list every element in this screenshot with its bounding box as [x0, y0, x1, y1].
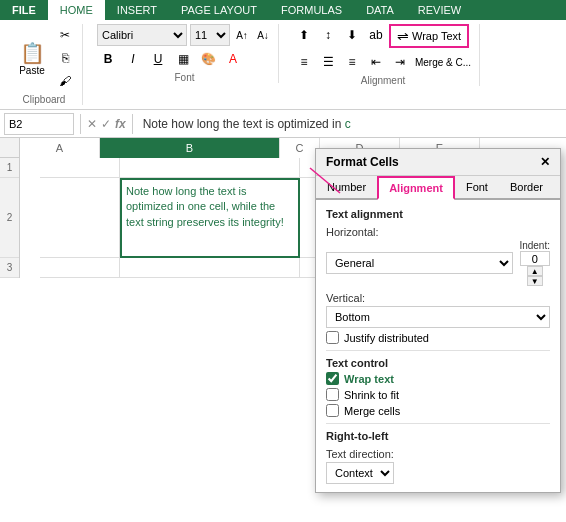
dialog-body: Text alignment Horizontal: General Inden… — [316, 200, 560, 492]
align-center-button[interactable]: ☰ — [317, 51, 339, 73]
indent-input[interactable] — [520, 251, 550, 266]
align-right-button[interactable]: ≡ — [341, 51, 363, 73]
merge-cells-checkbox[interactable] — [326, 404, 339, 417]
rtl-label: Right-to-left — [326, 430, 550, 442]
dialog-title-text: Format Cells — [326, 155, 399, 169]
underline-button[interactable]: U — [147, 48, 169, 70]
bold-button[interactable]: B — [97, 48, 119, 70]
merge-button[interactable]: Merge & C... — [413, 51, 473, 73]
indent-box: Indent: ▲ ▼ — [519, 240, 550, 286]
cell-B3[interactable] — [120, 258, 300, 278]
horizontal-select[interactable]: General — [326, 252, 513, 274]
wrap-text-icon: ⇌ — [397, 28, 409, 44]
text-alignment-label: Text alignment — [326, 208, 550, 220]
formula-input: Note how long the text is optimized in c — [139, 117, 562, 131]
dialog-tab-border[interactable]: Border — [499, 176, 554, 198]
vertical-select[interactable]: Bottom — [326, 306, 550, 328]
justify-distributed-label: Justify distributed — [344, 332, 429, 344]
indent-up-button[interactable]: ▲ — [527, 266, 543, 276]
font-name-select[interactable]: Calibri — [97, 24, 187, 46]
italic-button[interactable]: I — [122, 48, 144, 70]
font-color-button[interactable]: A — [222, 48, 244, 70]
formula-bar: B2 ✕ ✓ fx Note how long the text is opti… — [0, 110, 566, 138]
text-direction-label: Text direction: — [326, 448, 550, 460]
format-cells-dialog: Format Cells ✕ Number Alignment Font Bor… — [315, 148, 561, 493]
cut-button[interactable]: ✂ — [54, 24, 76, 46]
horizontal-label: Horizontal: — [326, 226, 550, 238]
align-middle-button[interactable]: ↕ — [317, 24, 339, 46]
row-header-1: 1 — [0, 158, 19, 178]
justify-distributed-row: Justify distributed — [326, 331, 550, 344]
align-top-button[interactable]: ⬆ — [293, 24, 315, 46]
shrink-to-fit-row: Shrink to fit — [326, 388, 550, 401]
vertical-label: Vertical: — [326, 292, 550, 304]
row-header-3: 3 — [0, 258, 19, 278]
merge-cells-label: Merge cells — [344, 405, 400, 417]
tab-page-layout[interactable]: PAGE LAYOUT — [169, 0, 269, 20]
merge-cells-row: Merge cells — [326, 404, 550, 417]
text-alignment-section: Text alignment Horizontal: General Inden… — [326, 208, 550, 344]
wrap-text-row: Wrap text — [326, 372, 550, 385]
border-button[interactable]: ▦ — [172, 48, 194, 70]
justify-distributed-checkbox[interactable] — [326, 331, 339, 344]
tab-data[interactable]: DATA — [354, 0, 406, 20]
formula-divider — [80, 114, 81, 134]
paste-button[interactable]: 📋 Paste — [12, 33, 52, 83]
shrink-to-fit-checkbox[interactable] — [326, 388, 339, 401]
name-box[interactable]: B2 — [4, 113, 74, 135]
tab-home[interactable]: HOME — [48, 0, 105, 20]
dialog-tab-font[interactable]: Font — [455, 176, 499, 198]
col-header-B: B — [100, 138, 280, 158]
right-to-left-section: Right-to-left Text direction: Context — [326, 430, 550, 484]
dialog-tab-alignment[interactable]: Alignment — [377, 176, 455, 200]
cell-A2[interactable] — [40, 178, 120, 258]
wrap-text-checkbox[interactable] — [326, 372, 339, 385]
tab-file[interactable]: FILE — [0, 0, 48, 20]
align-left-button[interactable]: ≡ — [293, 51, 315, 73]
spreadsheet-area: A B C D E 1 2 3 — [0, 138, 566, 278]
shrink-to-fit-label: Shrink to fit — [344, 389, 399, 401]
font-size-select[interactable]: 11 — [190, 24, 230, 46]
indent-down-button[interactable]: ▼ — [527, 276, 543, 286]
divider1 — [326, 350, 550, 351]
tab-insert[interactable]: INSERT — [105, 0, 169, 20]
text-control-section: Text control Wrap text Shrink to fit Mer… — [326, 357, 550, 417]
paste-icon: 📋 — [20, 41, 45, 65]
cell-A1[interactable] — [40, 158, 120, 178]
corner-spacer — [0, 138, 20, 158]
text-direction-select[interactable]: Context — [326, 462, 394, 484]
cell-b2-text: Note how long the text is optimized in o… — [126, 184, 294, 230]
text-control-label: Text control — [326, 357, 550, 369]
dialog-tab-number[interactable]: Number — [316, 176, 377, 198]
cell-A3[interactable] — [40, 258, 120, 278]
orientation-button[interactable]: ab — [365, 24, 387, 46]
insert-function-icon[interactable]: fx — [115, 117, 126, 131]
cell-B1[interactable] — [120, 158, 300, 178]
fill-color-button[interactable]: 🎨 — [197, 48, 219, 70]
format-painter-button[interactable]: 🖌 — [54, 70, 76, 92]
dialog-close-icon[interactable]: ✕ — [540, 155, 550, 169]
divider2 — [326, 423, 550, 424]
cancel-formula-icon[interactable]: ✕ — [87, 117, 97, 131]
alignment-group: ⬆ ↕ ⬇ ab ⇌ Wrap Text ≡ ☰ ≡ ⇤ ⇥ Merge & C… — [287, 24, 480, 86]
cell-B2[interactable]: Note how long the text is optimized in o… — [120, 178, 300, 258]
dialog-tabs: Number Alignment Font Border — [316, 176, 560, 200]
ribbon-tabs: FILE HOME INSERT PAGE LAYOUT FORMULAS DA… — [0, 0, 566, 20]
tab-formulas[interactable]: FORMULAS — [269, 0, 354, 20]
tab-review[interactable]: REVIEW — [406, 0, 473, 20]
font-group: Calibri 11 A↑ A↓ B I U ▦ 🎨 A Font — [91, 24, 279, 83]
decrease-indent-button[interactable]: ⇤ — [365, 51, 387, 73]
dialog-title-bar: Format Cells ✕ — [316, 149, 560, 176]
col-header-A: A — [20, 138, 100, 158]
app-container: FILE HOME INSERT PAGE LAYOUT FORMULAS DA… — [0, 0, 566, 278]
increase-indent-button[interactable]: ⇥ — [389, 51, 411, 73]
clipboard-group: 📋 Paste ✂ ⎘ 🖌 Clipboard — [6, 24, 83, 105]
wrap-text-dialog-label: Wrap text — [344, 373, 394, 385]
copy-button[interactable]: ⎘ — [54, 47, 76, 69]
increase-font-button[interactable]: A↑ — [233, 24, 251, 46]
ribbon-content: 📋 Paste ✂ ⎘ 🖌 Clipboard Calibri — [0, 20, 566, 110]
wrap-text-ribbon-button[interactable]: ⇌ Wrap Text — [389, 24, 469, 48]
align-bottom-button[interactable]: ⬇ — [341, 24, 363, 46]
confirm-formula-icon[interactable]: ✓ — [101, 117, 111, 131]
decrease-font-button[interactable]: A↓ — [254, 24, 272, 46]
